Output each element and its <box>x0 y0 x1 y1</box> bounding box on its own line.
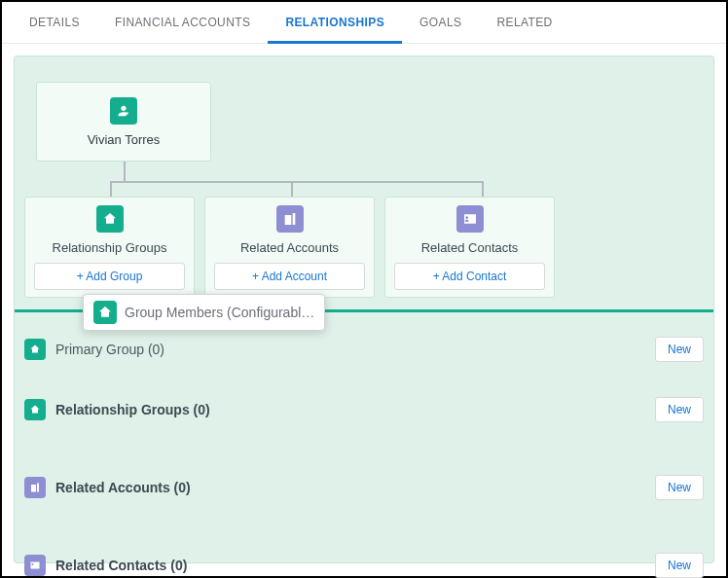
card-title: Related Accounts <box>240 240 339 255</box>
tab-related[interactable]: RELATED <box>479 2 569 43</box>
list-title[interactable]: Relationship Groups (0) <box>55 402 210 417</box>
card-related-accounts[interactable]: Related Accounts + Add Account <box>204 197 375 298</box>
relationships-canvas: Vivian Torres Relationship Groups + Add … <box>14 55 714 563</box>
house-icon <box>96 205 124 233</box>
person-name: Vivian Torres <box>88 132 161 147</box>
add-contact-button[interactable]: + Add Contact <box>394 263 545 290</box>
list-primary-group: Primary Group (0) New <box>15 325 713 374</box>
children-row: Relationship Groups + Add Group Related … <box>24 197 555 298</box>
app-frame: DETAILS FINANCIAL ACCOUNTS RELATIONSHIPS… <box>0 0 728 578</box>
related-lists: Primary Group (0) New Relationship Group… <box>15 325 713 578</box>
building-icon <box>276 205 304 233</box>
tab-details[interactable]: DETAILS <box>12 2 97 43</box>
new-button-accounts[interactable]: New <box>655 475 704 500</box>
tab-financial-accounts[interactable]: FINANCIAL ACCOUNTS <box>97 2 268 43</box>
card-title: Relationship Groups <box>53 240 167 255</box>
popup-label: Group Members (Configurabl… <box>125 305 314 320</box>
contact-card-icon <box>24 555 46 576</box>
group-members-icon <box>93 301 117 324</box>
house-icon <box>24 399 46 420</box>
new-button-groups[interactable]: New <box>655 397 704 422</box>
tab-relationships[interactable]: RELATIONSHIPS <box>268 2 402 44</box>
list-related-contacts: Related Contacts (0) New <box>15 541 713 578</box>
list-title[interactable]: Related Accounts (0) <box>55 480 191 495</box>
connector <box>482 183 484 197</box>
add-account-button[interactable]: + Add Account <box>214 263 365 290</box>
connector <box>110 183 112 197</box>
tab-bar: DETAILS FINANCIAL ACCOUNTS RELATIONSHIPS… <box>2 2 726 44</box>
list-related-accounts: Related Accounts (0) New <box>15 463 713 512</box>
contact-card-icon <box>456 205 484 233</box>
tab-goals[interactable]: GOALS <box>402 2 479 43</box>
card-relationship-groups[interactable]: Relationship Groups + Add Group <box>24 197 195 298</box>
person-card[interactable]: Vivian Torres <box>36 82 211 162</box>
house-icon <box>24 339 46 360</box>
building-icon <box>24 477 46 498</box>
person-icon <box>110 97 137 125</box>
add-group-button[interactable]: + Add Group <box>34 263 185 290</box>
card-title: Related Contacts <box>421 240 519 255</box>
card-related-contacts[interactable]: Related Contacts + Add Contact <box>384 197 555 298</box>
new-button-primary[interactable]: New <box>655 337 704 362</box>
list-title[interactable]: Primary Group (0) <box>55 342 164 357</box>
list-relationship-groups: Relationship Groups (0) New <box>15 385 713 434</box>
connector <box>124 162 126 183</box>
list-title[interactable]: Related Contacts (0) <box>55 558 187 573</box>
connector <box>291 183 293 197</box>
connector <box>110 181 484 183</box>
new-button-contacts[interactable]: New <box>655 553 704 578</box>
